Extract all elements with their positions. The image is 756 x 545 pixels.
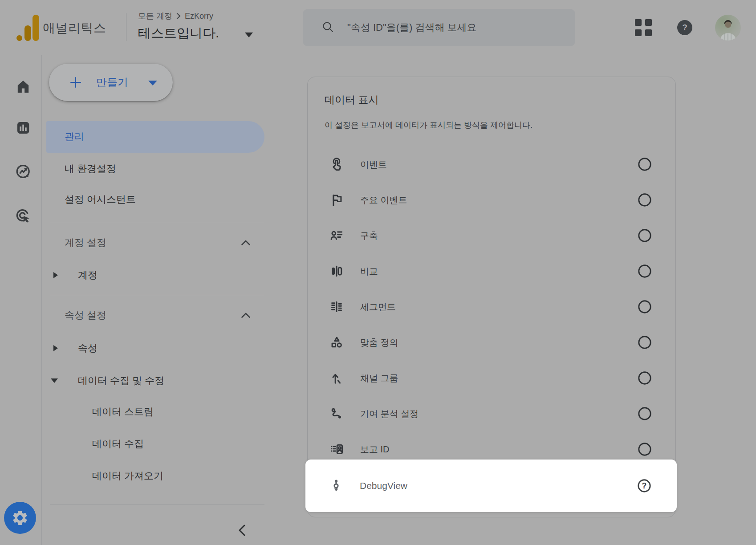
row-label[interactable]: 기여 분석 설정 — [360, 396, 419, 431]
breadcrumb-root[interactable]: 모든 계정 — [138, 11, 172, 21]
help-icon[interactable]: ? — [637, 228, 652, 243]
logo-bar-mid — [24, 25, 31, 41]
row-label[interactable]: 구축 — [360, 218, 378, 253]
svg-text:?: ? — [642, 481, 647, 490]
svg-text:?: ? — [642, 409, 647, 418]
sidebar-item-home[interactable] — [15, 78, 32, 95]
custom-shapes-icon — [329, 335, 344, 350]
nav-divider — [50, 504, 264, 505]
expand-right-icon[interactable] — [53, 272, 58, 278]
avatar-portrait — [715, 15, 741, 41]
segment-dashes-icon — [329, 299, 344, 314]
card-row-attribution-settings[interactable]: 기여 분석 설정 ? — [308, 396, 675, 431]
row-label[interactable]: 맞춤 정의 — [360, 325, 398, 360]
tap-event-icon — [329, 157, 344, 172]
sidebar-item-admin[interactable]: 관리 — [65, 129, 84, 145]
sidebar-item-reports[interactable] — [15, 119, 32, 136]
attribution-path-icon — [329, 406, 344, 421]
row-label[interactable]: 이벤트 — [360, 146, 387, 182]
sidebar-item-explore[interactable] — [15, 163, 32, 180]
reporting-identity-badge-icon — [329, 442, 344, 457]
svg-text:?: ? — [642, 445, 647, 454]
property-name[interactable]: 테스트입니다. — [138, 24, 219, 42]
chevron-up-icon[interactable] — [241, 312, 251, 318]
breadcrumb-chevron-icon — [176, 12, 181, 20]
help-icon[interactable]: ? — [637, 299, 652, 314]
plus-icon — [69, 76, 82, 89]
grid-square — [645, 29, 652, 36]
explore-icon — [15, 163, 32, 180]
help-icon[interactable]: ? — [637, 264, 652, 279]
row-label[interactable]: 주요 이벤트 — [360, 182, 407, 218]
debugview-spotlight-row[interactable]: DebugView ? — [305, 460, 677, 512]
advertising-icon — [15, 207, 32, 224]
chevron-up-icon[interactable] — [241, 240, 251, 246]
search-bar[interactable]: "속성 ID"을(를) 검색해 보세요 — [303, 9, 575, 46]
help-icon[interactable]: ? — [637, 478, 652, 493]
card-row-custom-definitions[interactable]: 맞춤 정의 ? — [308, 325, 675, 360]
flag-icon — [329, 192, 344, 207]
property-selector[interactable]: 테스트입니다. — [138, 24, 253, 43]
svg-text:?: ? — [642, 267, 647, 276]
section-property-settings[interactable]: 속성 설정 — [65, 307, 106, 323]
row-label[interactable]: 비교 — [360, 253, 378, 289]
collapse-nav-icon[interactable] — [236, 523, 248, 537]
row-label[interactable]: 채널 그룹 — [360, 360, 398, 396]
breadcrumb-account[interactable]: EzKorry — [185, 12, 213, 21]
row-label-debugview[interactable]: DebugView — [360, 460, 407, 512]
help-icon[interactable]: ? — [637, 157, 652, 172]
expand-right-icon[interactable] — [53, 345, 58, 351]
debug-track-icon — [329, 478, 344, 493]
sidebar-item-advertising[interactable] — [15, 207, 32, 224]
section-account-settings[interactable]: 계정 설정 — [65, 235, 106, 251]
svg-text:?: ? — [642, 374, 647, 382]
nav-divider — [50, 222, 264, 222]
card-row-key-events[interactable]: 주요 이벤트 ? — [308, 182, 675, 218]
card-row-audiences[interactable]: 구축 ? — [308, 218, 675, 253]
expand-down-icon[interactable] — [51, 378, 58, 383]
card-row-segments[interactable]: 세그먼트 ? — [308, 289, 675, 325]
help-icon[interactable]: ? — [637, 370, 652, 386]
nav-divider — [50, 295, 264, 295]
sidebar-item-data-collection[interactable]: 데이터 수집 및 수정 — [78, 373, 164, 389]
create-button-label: 만들기 — [96, 64, 128, 101]
rail-divider — [41, 55, 42, 545]
sidebar-item-my-preferences[interactable]: 내 환경설정 — [65, 161, 116, 177]
gear-icon — [11, 509, 29, 527]
breadcrumb: 모든 계정 EzKorry — [138, 11, 213, 21]
svg-text:?: ? — [642, 195, 647, 204]
channel-arrow-icon — [329, 370, 344, 386]
logo-bar-tall — [33, 15, 39, 41]
sidebar-item-account[interactable]: 계정 — [78, 267, 98, 283]
help-icon[interactable]: ? — [637, 406, 652, 421]
sidebar-item-data-streams[interactable]: 데이터 스트림 — [92, 404, 154, 420]
create-button[interactable]: 만들기 — [49, 64, 173, 101]
help-icon[interactable]: ? — [637, 442, 652, 457]
sidebar-item-property[interactable]: 속성 — [78, 340, 98, 356]
sidebar-item-setup-assistant[interactable]: 설정 어시스턴트 — [65, 191, 136, 207]
apps-grid-icon[interactable] — [634, 18, 653, 37]
grid-square — [635, 29, 642, 36]
brand-title: 애널리틱스 — [43, 20, 106, 37]
card-row-channel-groups[interactable]: 채널 그룹 ? — [308, 360, 675, 396]
help-icon[interactable]: ? — [677, 20, 692, 35]
logo-dot — [16, 35, 22, 41]
account-avatar[interactable] — [715, 15, 741, 41]
analytics-logo-icon[interactable] — [15, 14, 40, 41]
card-title: 데이터 표시 — [325, 93, 378, 107]
app-header: 애널리틱스 모든 계정 EzKorry 테스트입니다. "속성 ID"을(를) … — [0, 0, 756, 55]
sidebar-item-data-collection-sub[interactable]: 데이터 수집 — [92, 436, 144, 452]
card-row-comparisons[interactable]: 비교 ? — [308, 253, 675, 289]
search-placeholder: "속성 ID"을(를) 검색해 보세요 — [347, 21, 477, 34]
grid-square — [635, 19, 642, 26]
question-glyph: ? — [682, 23, 687, 33]
card-row-events[interactable]: 이벤트 ? — [308, 146, 675, 182]
row-label[interactable]: 세그먼트 — [360, 289, 396, 325]
help-icon[interactable]: ? — [637, 192, 652, 207]
svg-text:?: ? — [642, 160, 647, 169]
help-icon[interactable]: ? — [637, 335, 652, 350]
create-dropdown-caret-icon[interactable] — [148, 81, 157, 85]
home-icon — [15, 78, 32, 95]
admin-settings-button[interactable] — [4, 502, 36, 534]
sidebar-item-data-import[interactable]: 데이터 가져오기 — [92, 468, 163, 484]
